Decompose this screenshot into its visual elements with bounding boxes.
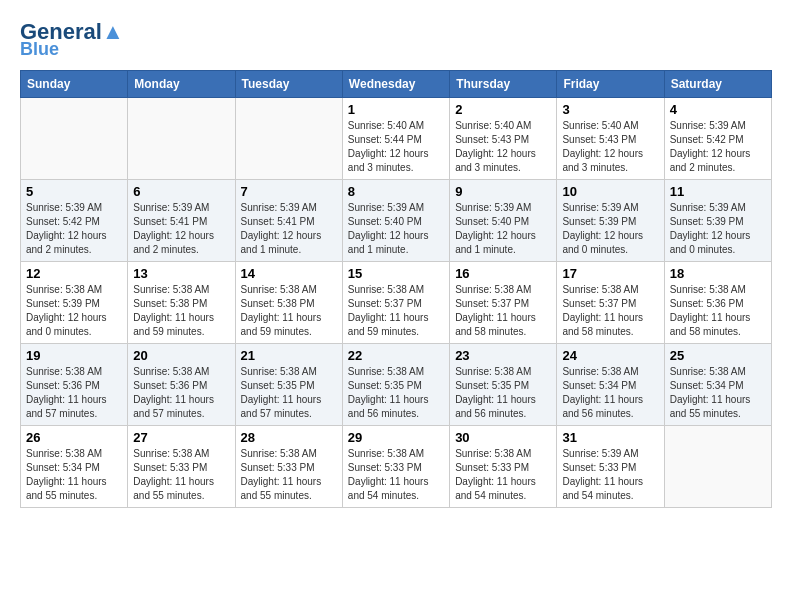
day-cell [128, 97, 235, 179]
day-info: Sunrise: 5:38 AM Sunset: 5:38 PM Dayligh… [241, 283, 337, 339]
week-row-1: 1Sunrise: 5:40 AM Sunset: 5:44 PM Daylig… [21, 97, 772, 179]
day-cell: 10Sunrise: 5:39 AM Sunset: 5:39 PM Dayli… [557, 179, 664, 261]
day-info: Sunrise: 5:38 AM Sunset: 5:37 PM Dayligh… [455, 283, 551, 339]
day-number: 19 [26, 348, 122, 363]
calendar-body: 1Sunrise: 5:40 AM Sunset: 5:44 PM Daylig… [21, 97, 772, 507]
day-number: 12 [26, 266, 122, 281]
day-number: 17 [562, 266, 658, 281]
day-number: 6 [133, 184, 229, 199]
day-cell: 7Sunrise: 5:39 AM Sunset: 5:41 PM Daylig… [235, 179, 342, 261]
weekday-friday: Friday [557, 70, 664, 97]
day-number: 14 [241, 266, 337, 281]
day-number: 10 [562, 184, 658, 199]
day-number: 7 [241, 184, 337, 199]
day-number: 5 [26, 184, 122, 199]
weekday-saturday: Saturday [664, 70, 771, 97]
day-number: 2 [455, 102, 551, 117]
logo: General▲ Blue [20, 20, 124, 60]
day-number: 1 [348, 102, 444, 117]
day-number: 15 [348, 266, 444, 281]
day-info: Sunrise: 5:39 AM Sunset: 5:42 PM Dayligh… [670, 119, 766, 175]
day-number: 11 [670, 184, 766, 199]
day-number: 9 [455, 184, 551, 199]
day-info: Sunrise: 5:38 AM Sunset: 5:36 PM Dayligh… [133, 365, 229, 421]
day-number: 28 [241, 430, 337, 445]
day-number: 3 [562, 102, 658, 117]
day-cell: 30Sunrise: 5:38 AM Sunset: 5:33 PM Dayli… [450, 425, 557, 507]
logo-blue: Blue [20, 40, 59, 60]
day-number: 13 [133, 266, 229, 281]
day-cell: 20Sunrise: 5:38 AM Sunset: 5:36 PM Dayli… [128, 343, 235, 425]
day-info: Sunrise: 5:39 AM Sunset: 5:41 PM Dayligh… [241, 201, 337, 257]
day-cell: 8Sunrise: 5:39 AM Sunset: 5:40 PM Daylig… [342, 179, 449, 261]
day-info: Sunrise: 5:38 AM Sunset: 5:33 PM Dayligh… [133, 447, 229, 503]
day-info: Sunrise: 5:38 AM Sunset: 5:35 PM Dayligh… [455, 365, 551, 421]
day-cell: 22Sunrise: 5:38 AM Sunset: 5:35 PM Dayli… [342, 343, 449, 425]
weekday-sunday: Sunday [21, 70, 128, 97]
day-number: 20 [133, 348, 229, 363]
day-info: Sunrise: 5:38 AM Sunset: 5:39 PM Dayligh… [26, 283, 122, 339]
day-info: Sunrise: 5:38 AM Sunset: 5:37 PM Dayligh… [348, 283, 444, 339]
day-cell: 6Sunrise: 5:39 AM Sunset: 5:41 PM Daylig… [128, 179, 235, 261]
day-number: 21 [241, 348, 337, 363]
day-number: 25 [670, 348, 766, 363]
day-info: Sunrise: 5:38 AM Sunset: 5:33 PM Dayligh… [455, 447, 551, 503]
day-cell: 2Sunrise: 5:40 AM Sunset: 5:43 PM Daylig… [450, 97, 557, 179]
day-cell: 3Sunrise: 5:40 AM Sunset: 5:43 PM Daylig… [557, 97, 664, 179]
day-cell: 27Sunrise: 5:38 AM Sunset: 5:33 PM Dayli… [128, 425, 235, 507]
day-info: Sunrise: 5:40 AM Sunset: 5:44 PM Dayligh… [348, 119, 444, 175]
day-info: Sunrise: 5:39 AM Sunset: 5:33 PM Dayligh… [562, 447, 658, 503]
day-info: Sunrise: 5:39 AM Sunset: 5:42 PM Dayligh… [26, 201, 122, 257]
day-cell: 1Sunrise: 5:40 AM Sunset: 5:44 PM Daylig… [342, 97, 449, 179]
day-cell: 11Sunrise: 5:39 AM Sunset: 5:39 PM Dayli… [664, 179, 771, 261]
day-cell: 15Sunrise: 5:38 AM Sunset: 5:37 PM Dayli… [342, 261, 449, 343]
day-info: Sunrise: 5:39 AM Sunset: 5:39 PM Dayligh… [670, 201, 766, 257]
day-cell: 12Sunrise: 5:38 AM Sunset: 5:39 PM Dayli… [21, 261, 128, 343]
page-header: General▲ Blue [20, 20, 772, 60]
day-number: 4 [670, 102, 766, 117]
day-cell: 14Sunrise: 5:38 AM Sunset: 5:38 PM Dayli… [235, 261, 342, 343]
day-cell: 23Sunrise: 5:38 AM Sunset: 5:35 PM Dayli… [450, 343, 557, 425]
day-number: 8 [348, 184, 444, 199]
day-info: Sunrise: 5:40 AM Sunset: 5:43 PM Dayligh… [455, 119, 551, 175]
day-number: 22 [348, 348, 444, 363]
day-info: Sunrise: 5:39 AM Sunset: 5:40 PM Dayligh… [455, 201, 551, 257]
day-info: Sunrise: 5:38 AM Sunset: 5:37 PM Dayligh… [562, 283, 658, 339]
day-number: 16 [455, 266, 551, 281]
weekday-wednesday: Wednesday [342, 70, 449, 97]
day-info: Sunrise: 5:39 AM Sunset: 5:39 PM Dayligh… [562, 201, 658, 257]
weekday-tuesday: Tuesday [235, 70, 342, 97]
day-cell: 4Sunrise: 5:39 AM Sunset: 5:42 PM Daylig… [664, 97, 771, 179]
day-info: Sunrise: 5:40 AM Sunset: 5:43 PM Dayligh… [562, 119, 658, 175]
day-cell [664, 425, 771, 507]
day-info: Sunrise: 5:38 AM Sunset: 5:36 PM Dayligh… [670, 283, 766, 339]
day-cell: 18Sunrise: 5:38 AM Sunset: 5:36 PM Dayli… [664, 261, 771, 343]
day-info: Sunrise: 5:39 AM Sunset: 5:41 PM Dayligh… [133, 201, 229, 257]
day-number: 24 [562, 348, 658, 363]
weekday-header-row: SundayMondayTuesdayWednesdayThursdayFrid… [21, 70, 772, 97]
week-row-5: 26Sunrise: 5:38 AM Sunset: 5:34 PM Dayli… [21, 425, 772, 507]
day-cell: 26Sunrise: 5:38 AM Sunset: 5:34 PM Dayli… [21, 425, 128, 507]
day-cell [235, 97, 342, 179]
day-cell: 31Sunrise: 5:39 AM Sunset: 5:33 PM Dayli… [557, 425, 664, 507]
day-number: 30 [455, 430, 551, 445]
week-row-2: 5Sunrise: 5:39 AM Sunset: 5:42 PM Daylig… [21, 179, 772, 261]
day-cell: 9Sunrise: 5:39 AM Sunset: 5:40 PM Daylig… [450, 179, 557, 261]
day-info: Sunrise: 5:39 AM Sunset: 5:40 PM Dayligh… [348, 201, 444, 257]
day-info: Sunrise: 5:38 AM Sunset: 5:36 PM Dayligh… [26, 365, 122, 421]
day-number: 18 [670, 266, 766, 281]
weekday-monday: Monday [128, 70, 235, 97]
day-cell: 17Sunrise: 5:38 AM Sunset: 5:37 PM Dayli… [557, 261, 664, 343]
day-cell: 21Sunrise: 5:38 AM Sunset: 5:35 PM Dayli… [235, 343, 342, 425]
week-row-4: 19Sunrise: 5:38 AM Sunset: 5:36 PM Dayli… [21, 343, 772, 425]
day-info: Sunrise: 5:38 AM Sunset: 5:34 PM Dayligh… [670, 365, 766, 421]
week-row-3: 12Sunrise: 5:38 AM Sunset: 5:39 PM Dayli… [21, 261, 772, 343]
day-number: 26 [26, 430, 122, 445]
day-info: Sunrise: 5:38 AM Sunset: 5:35 PM Dayligh… [241, 365, 337, 421]
day-number: 31 [562, 430, 658, 445]
day-info: Sunrise: 5:38 AM Sunset: 5:34 PM Dayligh… [26, 447, 122, 503]
day-info: Sunrise: 5:38 AM Sunset: 5:38 PM Dayligh… [133, 283, 229, 339]
day-cell: 25Sunrise: 5:38 AM Sunset: 5:34 PM Dayli… [664, 343, 771, 425]
weekday-thursday: Thursday [450, 70, 557, 97]
calendar-table: SundayMondayTuesdayWednesdayThursdayFrid… [20, 70, 772, 508]
